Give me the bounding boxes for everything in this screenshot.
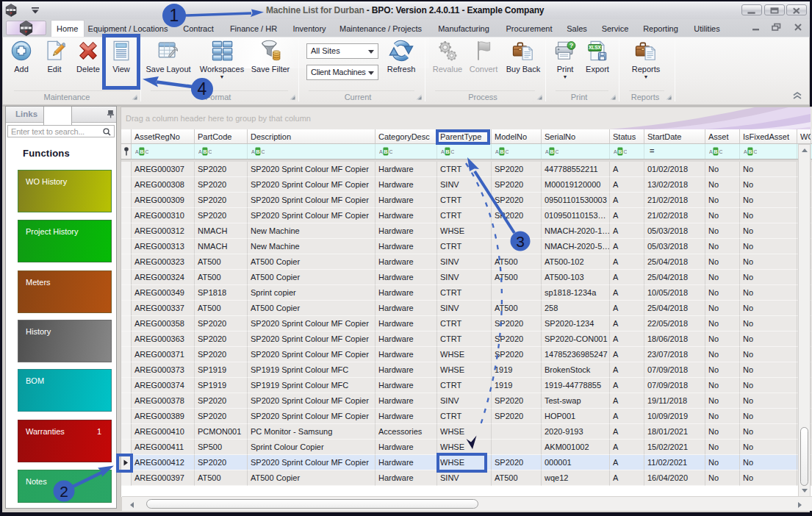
svg-text:B: B — [714, 148, 718, 155]
svg-text:C: C — [261, 149, 265, 154]
svg-text:C: C — [389, 149, 392, 154]
svg-text:A: A — [709, 149, 713, 154]
svg-text:XLSX: XLSX — [589, 45, 602, 50]
svg-text:C: C — [555, 149, 558, 154]
svg-text:B: B — [140, 148, 144, 155]
svg-text:C: C — [623, 149, 627, 154]
svg-text:B: B — [618, 148, 622, 155]
svg-text:A: A — [441, 149, 445, 154]
svg-text:A: A — [614, 149, 617, 154]
svg-text:A: A — [198, 149, 202, 154]
svg-text:B: B — [445, 148, 450, 155]
svg-text:A: A — [744, 149, 747, 154]
svg-text:B: B — [256, 148, 260, 155]
svg-text:C: C — [208, 149, 212, 154]
svg-text:C: C — [450, 149, 454, 154]
svg-text:A: A — [545, 149, 549, 154]
svg-text:C: C — [505, 149, 509, 154]
svg-text:C: C — [753, 149, 757, 154]
svg-text:A: A — [251, 149, 255, 154]
svg-text:A: A — [135, 149, 139, 154]
svg-text:B: B — [384, 148, 388, 155]
svg-text:A: A — [495, 149, 499, 154]
svg-text:B: B — [500, 148, 504, 155]
svg-text:B: B — [550, 148, 554, 155]
svg-text:C: C — [719, 149, 722, 154]
svg-text:B: B — [748, 148, 752, 155]
svg-text:B: B — [203, 148, 207, 155]
svg-text:A: A — [379, 149, 383, 154]
svg-text:C: C — [145, 149, 148, 154]
